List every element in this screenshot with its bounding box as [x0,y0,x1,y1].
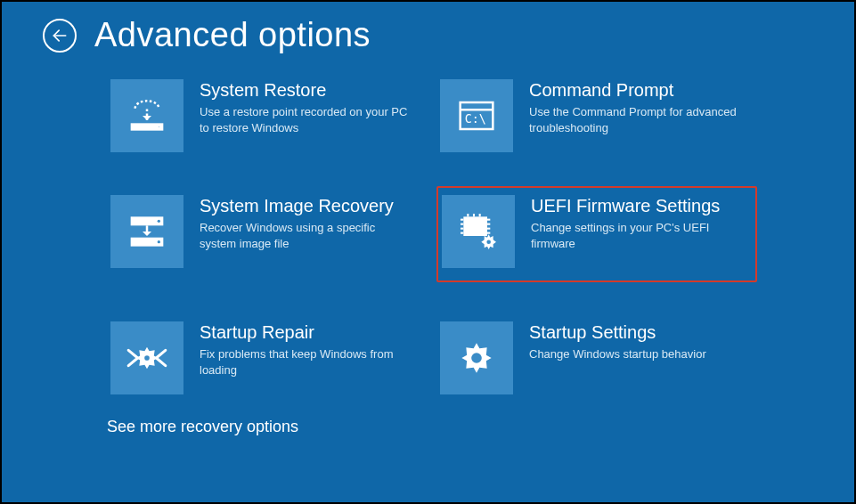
tile-system-restore[interactable]: System Restore Use a restore point recor… [107,76,428,156]
tile-uefi-firmware-settings[interactable]: UEFI Firmware Settings Change settings i… [436,186,757,282]
tile-desc: Use the Command Prompt for advanced trou… [529,104,743,135]
tile-title: Command Prompt [529,79,743,101]
tile-text: System Image Recovery Recover Windows us… [200,195,413,251]
tile-desc: Recover Windows using a specific system … [200,220,413,251]
tile-desc: Change Windows startup behavior [529,346,706,362]
svg-point-2 [158,126,160,128]
startup-repair-icon [110,321,183,394]
see-more-recovery-options-link[interactable]: See more recovery options [2,398,854,436]
tile-title: Startup Settings [529,321,706,343]
tile-startup-settings[interactable]: Startup Settings Change Windows startup … [436,318,757,398]
page-title: Advanced options [94,16,371,54]
back-button[interactable] [43,19,77,53]
tile-title: UEFI Firmware Settings [531,195,745,216]
svg-point-24 [485,239,492,245]
svg-text:C:\: C:\ [465,112,486,126]
tile-title: System Restore [200,79,413,101]
tile-text: Startup Repair Fix problems that keep Wi… [200,321,413,378]
tile-title: System Image Recovery [200,195,413,216]
system-restore-icon [110,79,183,152]
tile-command-prompt[interactable]: C:\ Command Prompt Use the Command Promp… [436,76,757,156]
tile-text: Command Prompt Use the Command Prompt fo… [529,79,743,135]
tile-title: Startup Repair [200,321,413,343]
arrow-left-icon [51,27,69,45]
svg-point-26 [471,353,482,363]
svg-point-25 [143,354,151,362]
svg-rect-11 [463,216,487,236]
tile-text: Startup Settings Change Windows startup … [529,321,706,362]
tile-startup-repair[interactable]: Startup Repair Fix problems that keep Wi… [107,318,428,398]
tile-text: UEFI Firmware Settings Change settings i… [531,195,745,251]
page-header: Advanced options [2,2,854,54]
options-grid: System Restore Use a restore point recor… [2,54,854,398]
tile-text: System Restore Use a restore point recor… [200,79,413,135]
startup-settings-icon [440,321,513,394]
uefi-firmware-icon [442,195,515,268]
tile-system-image-recovery[interactable]: System Image Recovery Recover Windows us… [107,191,428,282]
system-image-recovery-icon [110,195,183,268]
tile-desc: Fix problems that keep Windows from load… [200,346,413,378]
svg-point-9 [158,240,160,243]
tile-desc: Use a restore point recorded on your PC … [200,104,413,135]
tile-desc: Change settings in your PC's UEFI firmwa… [531,220,745,251]
svg-point-7 [158,220,160,223]
command-prompt-icon: C:\ [440,79,513,152]
